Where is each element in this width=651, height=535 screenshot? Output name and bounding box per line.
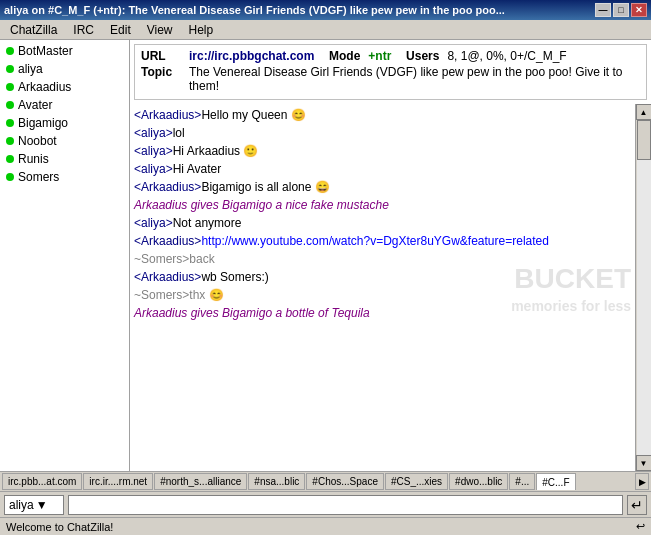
chat-message: ~Somers> thx 😊 — [134, 286, 631, 304]
channel-tab[interactable]: #north_s...alliance — [154, 473, 247, 490]
chat-message: <Arkaadius> Bigamigo is all alone 😄 — [134, 178, 631, 196]
msg-text: Bigamigo is all alone 😄 — [201, 178, 329, 196]
scroll-up-arrow[interactable]: ▲ — [636, 104, 652, 120]
topic-label: Topic — [141, 65, 181, 79]
channel-tab[interactable]: #dwo...blic — [449, 473, 508, 490]
chat-message: Arkaadius gives Bigamigo a bottle of Teq… — [134, 304, 631, 322]
action-message: Arkaadius gives Bigamigo a nice fake mus… — [134, 196, 389, 214]
sidebar-user[interactable]: Arkaadius — [2, 78, 127, 96]
minimize-button[interactable]: — — [595, 3, 611, 17]
menu-bar: ChatZilla IRC Edit View Help — [0, 20, 651, 40]
chat-message: <aliya> lol — [134, 124, 631, 142]
mode-label: Mode — [322, 49, 360, 63]
sidebar-user[interactable]: Somers — [2, 168, 127, 186]
user-name: Bigamigo — [18, 116, 68, 130]
channel-tab[interactable]: #CS_...xies — [385, 473, 448, 490]
msg-link[interactable]: http://www.youtube.com/watch?v=DgXter8uY… — [201, 232, 549, 250]
status-icon: ↩ — [636, 520, 645, 533]
sidebar-user[interactable]: aliya — [2, 60, 127, 78]
msg-nick: <Arkaadius> — [134, 106, 201, 124]
scroll-thumb[interactable] — [637, 120, 651, 160]
user-name: Arkaadius — [18, 80, 71, 94]
sidebar-user[interactable]: Runis — [2, 150, 127, 168]
msg-text: wb Somers:) — [201, 268, 268, 286]
menu-irc[interactable]: IRC — [67, 21, 100, 39]
menu-view[interactable]: View — [141, 21, 179, 39]
status-bar: Welcome to ChatZilla! ↩ — [0, 517, 651, 535]
chat-message: <Arkaadius> http://www.youtube.com/watch… — [134, 232, 631, 250]
title-text: aliya on #C_M_F (+ntr): The Venereal Dis… — [4, 4, 595, 16]
tab-bar: irc.pbb...at.comirc.ir....rm.net#north_s… — [0, 471, 651, 491]
chat-message: <Arkaadius> wb Somers:) — [134, 268, 631, 286]
channel-tab[interactable]: #Chos...Space — [306, 473, 384, 490]
sidebar-user[interactable]: Avater — [2, 96, 127, 114]
msg-text: thx 😊 — [189, 286, 223, 304]
user-name: aliya — [18, 62, 43, 76]
status-dot-icon — [6, 119, 14, 127]
chat-messages: <Arkaadius> Hello my Queen 😊<aliya> lol<… — [130, 104, 635, 471]
msg-nick: <Arkaadius> — [134, 232, 201, 250]
scroll-down-arrow[interactable]: ▼ — [636, 455, 652, 471]
status-dot-icon — [6, 47, 14, 55]
chat-area: URL irc://irc.pbbgchat.com Mode +ntr Use… — [130, 40, 651, 471]
close-button[interactable]: ✕ — [631, 3, 647, 17]
channel-info-box: URL irc://irc.pbbgchat.com Mode +ntr Use… — [134, 44, 647, 100]
chat-input[interactable] — [68, 495, 623, 515]
chat-message: Arkaadius gives Bigamigo a nice fake mus… — [134, 196, 631, 214]
users-value: 8, 1@, 0%, 0+/C_M_F — [447, 49, 566, 63]
menu-help[interactable]: Help — [183, 21, 220, 39]
nick-dropdown[interactable]: aliya ▼ — [4, 495, 64, 515]
msg-nick: <aliya> — [134, 142, 173, 160]
sidebar-user[interactable]: Bigamigo — [2, 114, 127, 132]
msg-nick: <aliya> — [134, 160, 173, 178]
input-area: aliya ▼ ↵ — [0, 491, 651, 517]
msg-nick: <aliya> — [134, 214, 173, 232]
chat-message: <aliya> Not anymore — [134, 214, 631, 232]
nick-value: aliya — [9, 498, 34, 512]
user-name: BotMaster — [18, 44, 73, 58]
topic-value: The Venereal Disease Girl Friends (VDGF)… — [189, 65, 640, 93]
menu-edit[interactable]: Edit — [104, 21, 137, 39]
status-dot-icon — [6, 137, 14, 145]
status-dot-icon — [6, 173, 14, 181]
send-button[interactable]: ↵ — [627, 495, 647, 515]
chat-message: ~Somers> back — [134, 250, 631, 268]
url-value[interactable]: irc://irc.pbbgchat.com — [189, 49, 314, 63]
channel-tab[interactable]: irc.pbb...at.com — [2, 473, 82, 490]
mode-value: +ntr — [368, 49, 391, 63]
msg-text: Hi Arkaadius 🙂 — [173, 142, 259, 160]
chat-message: <aliya> Hi Avater — [134, 160, 631, 178]
channel-tab[interactable]: #nsa...blic — [248, 473, 305, 490]
chat-scrollbar[interactable]: ▲ ▼ — [635, 104, 651, 471]
status-dot-icon — [6, 155, 14, 163]
msg-nick: <Arkaadius> — [134, 178, 201, 196]
msg-nick: <aliya> — [134, 124, 173, 142]
user-name: Runis — [18, 152, 49, 166]
msg-nick: ~Somers> — [134, 286, 189, 304]
msg-text: lol — [173, 124, 185, 142]
status-dot-icon — [6, 65, 14, 73]
action-message: Arkaadius gives Bigamigo a bottle of Teq… — [134, 304, 370, 322]
chat-message: <aliya> Hi Arkaadius 🙂 — [134, 142, 631, 160]
sidebar-user[interactable]: Noobot — [2, 132, 127, 150]
channel-tab[interactable]: #... — [509, 473, 535, 490]
tab-scroll-button[interactable]: ▶ — [635, 473, 649, 490]
msg-text: Hello my Queen 😊 — [201, 106, 305, 124]
menu-chatzilla[interactable]: ChatZilla — [4, 21, 63, 39]
url-label: URL — [141, 49, 181, 63]
msg-nick: <Arkaadius> — [134, 268, 201, 286]
user-name: Somers — [18, 170, 59, 184]
msg-text: Not anymore — [173, 214, 242, 232]
channel-tab[interactable]: irc.ir....rm.net — [83, 473, 153, 490]
sidebar-user[interactable]: BotMaster — [2, 42, 127, 60]
msg-text: back — [189, 250, 214, 268]
status-dot-icon — [6, 83, 14, 91]
maximize-button[interactable]: □ — [613, 3, 629, 17]
chat-message: <Arkaadius> Hello my Queen 😊 — [134, 106, 631, 124]
msg-nick: ~Somers> — [134, 250, 189, 268]
user-name: Avater — [18, 98, 52, 112]
dropdown-arrow-icon: ▼ — [36, 498, 48, 512]
channel-tab[interactable]: #C...F — [536, 473, 575, 490]
status-text: Welcome to ChatZilla! — [6, 521, 113, 533]
users-label: Users — [399, 49, 439, 63]
